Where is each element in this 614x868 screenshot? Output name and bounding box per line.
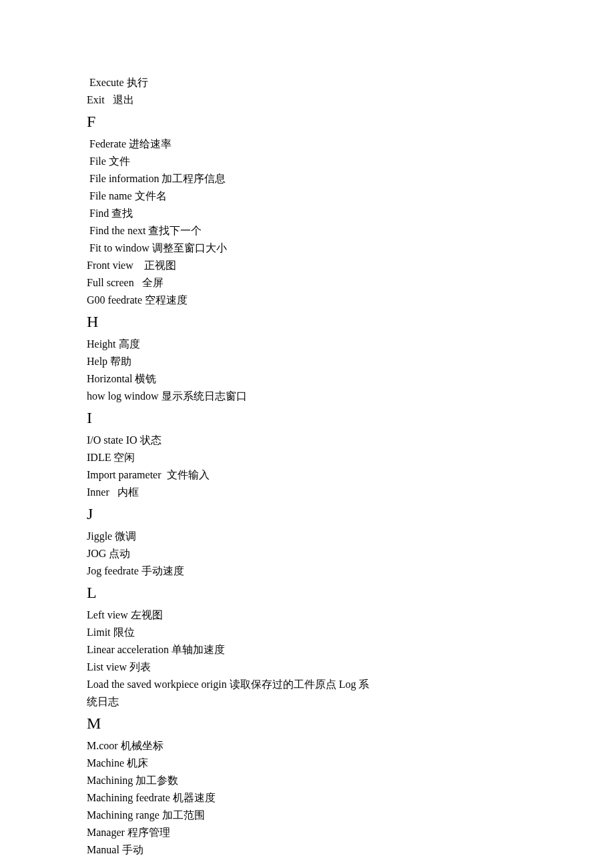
- glossary-entry: Execute 执行: [87, 75, 527, 91]
- section-heading-H: H: [87, 310, 527, 334]
- glossary-entry: M.coor 机械坐标: [87, 738, 527, 754]
- glossary-entry: Fit to window 调整至窗口大小: [87, 240, 527, 256]
- glossary-entry: List view 列表: [87, 659, 527, 675]
- glossary-entry: Find the next 查找下一个: [87, 223, 527, 239]
- glossary-entry: Full screen 全屏: [87, 275, 527, 291]
- glossary-entry: Federate 进给速率: [87, 136, 527, 152]
- glossary-entry: Help 帮助: [87, 354, 527, 370]
- glossary-entry: Left view 左视图: [87, 607, 527, 623]
- glossary-page: Execute 执行 Exit 退出 F Federate 进给速率 File …: [87, 75, 527, 858]
- glossary-entry: Manager 程序管理: [87, 825, 527, 841]
- glossary-entry: I/O state IO 状态: [87, 432, 527, 448]
- glossary-entry: Load the saved workpiece origin 读取保存过的工件…: [87, 677, 527, 693]
- section-heading-L: L: [87, 580, 527, 604]
- glossary-entry: Exit 退出: [87, 92, 527, 108]
- glossary-entry: IDLE 空闲: [87, 450, 527, 466]
- glossary-entry: Horizontal 横铣: [87, 371, 527, 387]
- glossary-entry: Jiggle 微调: [87, 528, 527, 544]
- glossary-entry: Height 高度: [87, 336, 527, 352]
- section-heading-J: J: [87, 502, 527, 526]
- glossary-entry: Inner 内框: [87, 484, 527, 500]
- glossary-entry: File information 加工程序信息: [87, 171, 527, 187]
- glossary-entry: JOG 点动: [87, 546, 527, 562]
- glossary-entry: Machining range 加工范围: [87, 807, 527, 823]
- glossary-entry: Manual 手动: [87, 842, 527, 858]
- glossary-entry: Machining feedrate 机器速度: [87, 790, 527, 806]
- glossary-entry: Machine 机床: [87, 755, 527, 771]
- glossary-entry: G00 feedrate 空程速度: [87, 292, 527, 308]
- glossary-entry: File 文件: [87, 153, 527, 169]
- glossary-entry: how log window 显示系统日志窗口: [87, 388, 527, 404]
- section-heading-M: M: [87, 711, 527, 735]
- glossary-entry: Limit 限位: [87, 624, 527, 640]
- glossary-entry: Find 查找: [87, 205, 527, 222]
- glossary-entry: Machining 加工参数: [87, 773, 527, 789]
- glossary-entry: Jog feedrate 手动速度: [87, 563, 527, 579]
- glossary-entry: Front view 正视图: [87, 258, 527, 274]
- glossary-entry: Import parameter 文件输入: [87, 467, 527, 483]
- section-heading-I: I: [87, 406, 527, 430]
- glossary-entry: Linear acceleration 单轴加速度: [87, 642, 527, 658]
- section-heading-F: F: [87, 109, 527, 133]
- glossary-entry: 统日志: [87, 694, 527, 710]
- glossary-entry: File name 文件名: [87, 188, 527, 204]
